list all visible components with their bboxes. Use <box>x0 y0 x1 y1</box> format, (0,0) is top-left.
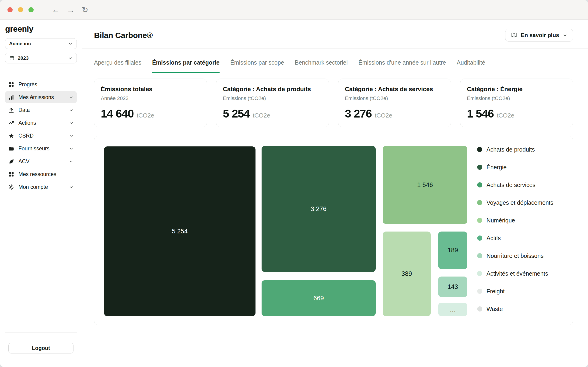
stat-card-unit: tCO2e <box>497 112 514 119</box>
minimize-window-button[interactable] <box>18 7 23 12</box>
stat-card-title: Catégorie : Achats de produits <box>223 86 322 93</box>
legend-label: Nourriture et boissons <box>486 252 544 259</box>
stat-card-value: 5 254 <box>223 107 250 120</box>
legend-item: Activités et événements <box>477 268 553 279</box>
legend-dot <box>477 182 482 187</box>
tab-emissions-par-scope[interactable]: Émissions par scope <box>230 59 284 73</box>
tab-emissions-annee-sur-annee[interactable]: Émissions d’une année sur l’autre <box>358 59 446 73</box>
sidebar-item-label: Mes émissions <box>18 94 54 100</box>
stat-card-subtitle: Émissions (tCO2e) <box>345 95 444 101</box>
chevron-down-icon <box>68 41 73 46</box>
sidebar: greenly Acme inc 2023 <box>0 20 82 367</box>
sidebar-item-label: ACV <box>18 158 29 165</box>
legend-dot <box>477 218 482 223</box>
sidebar-item-label: Actions <box>18 120 36 126</box>
treemap-block[interactable]: 5 254 <box>104 146 256 316</box>
sidebar-item-label: Data <box>18 107 30 113</box>
tab-apercu-des-filiales[interactable]: Aperçu des filiales <box>94 59 141 73</box>
legend-label: Achats de services <box>486 182 536 188</box>
book-icon <box>511 32 517 39</box>
chevron-down-icon <box>69 108 74 113</box>
zoom-window-button[interactable] <box>28 7 34 12</box>
learn-more-button[interactable]: En savoir plus <box>505 29 573 42</box>
sidebar-item-label: Progrès <box>18 81 37 88</box>
legend-dot <box>477 147 482 152</box>
sidebar-item-mes-emissions[interactable]: Mes émissions <box>5 91 77 103</box>
sidebar-item-mes-ressources[interactable]: Mes ressources <box>5 168 77 180</box>
treemap-block[interactable]: 389 <box>383 232 431 316</box>
legend-item: Freight <box>477 286 553 297</box>
star-icon <box>8 133 15 139</box>
browser-toolbar: ← → ↻ <box>0 0 588 20</box>
stat-card-title: Catégorie : Achats de services <box>345 86 444 93</box>
tab-emissions-par-categorie[interactable]: Émissions par catégorie <box>152 59 220 73</box>
treemap-block[interactable]: 669 <box>262 280 376 316</box>
logout-button[interactable]: Logout <box>9 343 74 353</box>
stat-card-title: Émissions totales <box>101 86 200 93</box>
legend-dot <box>477 271 482 276</box>
upload-icon <box>8 107 15 113</box>
stat-card-title: Catégorie : Énergie <box>467 86 566 93</box>
leaf-icon <box>8 158 15 165</box>
stat-card-unit: tCO2e <box>375 112 392 119</box>
chevron-down-icon <box>69 121 74 125</box>
legend-dot <box>477 306 482 311</box>
company-selector[interactable]: Acme inc <box>5 38 77 49</box>
forward-icon[interactable]: → <box>67 6 75 14</box>
sidebar-item-mon-compte[interactable]: Mon compte <box>5 181 77 193</box>
sidebar-item-csrd[interactable]: CSRD <box>5 130 77 142</box>
stat-card-value: 14 640 <box>101 107 134 120</box>
legend-label: Actifs <box>486 235 501 242</box>
stat-card-achats-de-produits: Catégorie : Achats de produits Émissions… <box>216 79 329 127</box>
chevron-down-icon <box>69 185 74 190</box>
legend-item: Énergie <box>477 162 553 173</box>
gear-icon <box>8 184 15 190</box>
year-selector[interactable]: 2023 <box>5 53 77 63</box>
legend-dot <box>477 289 482 294</box>
chevron-down-icon <box>69 146 74 151</box>
stat-card-subtitle: Émissions (tCO2e) <box>223 95 322 101</box>
legend-label: Énergie <box>486 164 507 171</box>
stat-card-unit: tCO2e <box>253 112 270 119</box>
treemap-block[interactable]: 1 546 <box>383 146 467 224</box>
year-selector-value: 2023 <box>18 55 29 61</box>
back-icon[interactable]: ← <box>52 6 60 14</box>
sidebar-item-fournisseurs[interactable]: Fournisseurs <box>5 142 77 155</box>
sidebar-item-label: Mon compte <box>18 184 48 190</box>
stat-card-unit: tCO2e <box>137 112 154 119</box>
tab-bar: Aperçu des filiales Émissions par catégo… <box>94 49 573 73</box>
stat-card-value: 1 546 <box>467 107 494 120</box>
sidebar-item-acv[interactable]: ACV <box>5 155 77 167</box>
legend-dot <box>477 165 482 170</box>
legend-dot <box>477 200 482 205</box>
legend-label: Numérique <box>486 217 515 224</box>
greenly-logo: greenly <box>5 24 77 33</box>
legend-label: Activités et événements <box>486 270 548 277</box>
treemap-block[interactable]: … <box>438 303 467 316</box>
sidebar-item-label: CSRD <box>18 133 34 139</box>
treemap-block[interactable]: 3 276 <box>262 146 376 272</box>
stat-card-achats-de-services: Catégorie : Achats de services Émissions… <box>338 79 451 127</box>
tab-benchmark-sectoriel[interactable]: Benchmark sectoriel <box>295 59 348 73</box>
page-header: Bilan Carbone® En savoir plus <box>94 28 573 42</box>
treemap-block[interactable]: 189 <box>438 232 467 269</box>
calendar-icon <box>9 55 15 61</box>
trend-icon <box>8 120 15 126</box>
stat-card-energie: Catégorie : Énergie Émissions (tCO2e) 1 … <box>460 79 573 127</box>
sidebar-item-actions[interactable]: Actions <box>5 117 77 129</box>
legend-label: Achats de produits <box>486 146 535 153</box>
sidebar-item-data[interactable]: Data <box>5 104 77 116</box>
stat-card-subtitle: Année 2023 <box>101 95 200 101</box>
close-window-button[interactable] <box>8 7 13 12</box>
legend-item: Achats de produits <box>477 144 553 155</box>
main-content: Bilan Carbone® En savoir plus Aperçu des… <box>82 20 588 367</box>
reload-icon[interactable]: ↻ <box>82 6 88 14</box>
tab-auditabilite[interactable]: Auditabilité <box>457 59 485 73</box>
legend-item: Waste <box>477 304 553 314</box>
legend-item: Actifs <box>477 233 553 243</box>
sidebar-item-label: Mes ressources <box>18 171 56 177</box>
treemap-block[interactable]: 143 <box>438 276 467 297</box>
stat-card-emissions-totales: Émissions totales Année 2023 14 640 tCO2… <box>94 79 207 127</box>
legend-item: Achats de services <box>477 180 553 190</box>
sidebar-item-progres[interactable]: Progrès <box>5 78 77 91</box>
